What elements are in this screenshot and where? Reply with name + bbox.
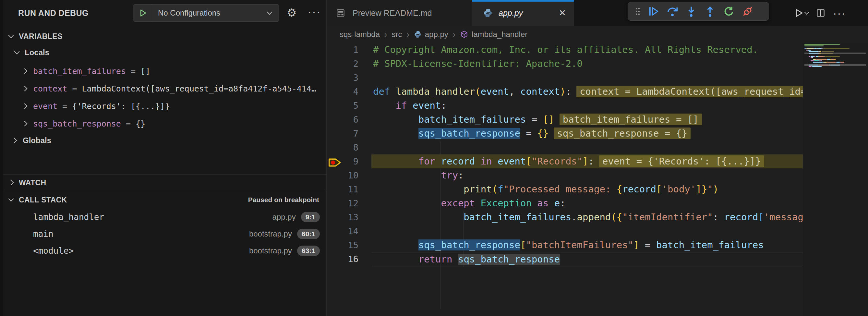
line-number[interactable]: 8 [327, 140, 359, 154]
stack-frame-main[interactable]: main bootstrap.py 60:1 [3, 225, 326, 242]
line-number[interactable]: 9 [327, 154, 359, 168]
code-token: " [707, 184, 713, 195]
code-token: event [481, 86, 509, 97]
variable-row-event[interactable]: event = {'Records': [{...}]} [3, 97, 326, 115]
symbol-cube-icon [460, 30, 468, 39]
start-debugging-icon[interactable] [133, 4, 152, 22]
line-number[interactable]: 5 [327, 99, 359, 113]
tab-preview-readme[interactable]: Preview README.md [327, 0, 472, 26]
editor-more-actions-icon[interactable]: ··· [833, 7, 846, 20]
code-editor[interactable]: # Copyright Amazon.com, Inc. or its affi… [371, 43, 803, 316]
breadcrumb-folder[interactable]: src [392, 30, 402, 39]
debug-configuration-select[interactable]: No Configurations [133, 4, 279, 22]
restart-icon[interactable] [719, 4, 738, 19]
line-number[interactable]: 16 [327, 252, 359, 266]
code-line-11[interactable]: print(f"Processed message: {record['body… [371, 182, 803, 196]
stack-frame-lambda-handler[interactable]: lambda_handler app.py 9:1 [3, 209, 326, 225]
line-number[interactable]: 1 [327, 43, 359, 57]
minimap-line-bar [809, 66, 812, 67]
drag-handle-icon[interactable] [631, 4, 644, 19]
line-number[interactable]: 15 [327, 238, 359, 252]
minimap-line-bar [813, 62, 823, 63]
code-token: Exception [481, 197, 532, 209]
minimap-line-bar [822, 60, 822, 61]
line-number[interactable]: 7 [327, 127, 359, 140]
code-token: e [554, 197, 560, 209]
minimap-line-bar [808, 50, 811, 51]
code-line-14[interactable] [371, 224, 803, 238]
code-token: . [571, 212, 577, 223]
variables-header-label: VARIABLES [19, 32, 63, 41]
code-line-12[interactable]: except Exception as e: [371, 196, 803, 210]
code-token: event [412, 100, 441, 111]
variable-row-context[interactable]: context = LambdaContext([aws_request_id=… [3, 80, 326, 97]
code-line-3[interactable] [371, 71, 803, 85]
line-number[interactable]: 3 [327, 71, 359, 85]
code-token: context [520, 86, 560, 97]
variable-row-sqs-batch-response[interactable]: sqs_batch_response = {} [3, 115, 326, 132]
code-token: [ [520, 240, 526, 250]
line-number[interactable]: 14 [327, 224, 359, 238]
sidebar-more-actions-icon[interactable]: ··· [308, 0, 321, 26]
code-line-1[interactable]: # Copyright Amazon.com, Inc. or its affi… [371, 43, 803, 57]
code-token [475, 156, 480, 167]
line-number[interactable]: 4 [327, 85, 359, 99]
chevron-right-icon [22, 103, 28, 109]
minimap[interactable] [803, 43, 868, 316]
code-line-16[interactable]: return sqs_batch_response [371, 252, 803, 266]
line-number[interactable]: 10 [327, 168, 359, 182]
code-token: ] [696, 184, 701, 195]
minimap-line-bar [804, 48, 806, 49]
frame-position-badge: 60:1 [297, 229, 320, 239]
continue-icon[interactable] [644, 4, 663, 19]
step-into-icon[interactable] [682, 4, 701, 19]
line-number[interactable]: 11 [327, 182, 359, 196]
gear-icon[interactable]: ⚙ [287, 0, 297, 26]
frame-name: main [33, 229, 54, 239]
variable-value: LambdaContext([aws_request_id=a8fa412f-a… [82, 84, 316, 93]
code-token: "batchItemFailures" [526, 240, 633, 250]
code-line-10[interactable]: try: [371, 168, 803, 182]
breadcrumb-symbol[interactable]: lambda_handler [460, 30, 527, 39]
line-number[interactable]: 2 [327, 57, 359, 71]
globals-group[interactable]: Globals [3, 132, 326, 149]
code-line-13[interactable]: batch_item_failures.append({"itemIdentif… [371, 210, 803, 224]
code-token: in [481, 156, 492, 167]
stack-frame-module[interactable]: <module> bootstrap.py 63:1 [3, 242, 326, 259]
code-line-15[interactable]: sqs_batch_response["batchItemFailures"] … [371, 238, 803, 252]
close-icon[interactable]: ✕ [559, 8, 566, 18]
breadcrumb-file[interactable]: app.py [414, 30, 448, 39]
code-token: record [441, 156, 475, 167]
debug-configuration-label: No Configurations [152, 8, 268, 18]
variables-section-header[interactable]: VARIABLES [3, 29, 326, 43]
code-line-5[interactable]: if event: [371, 99, 803, 113]
code-token: ({ [611, 212, 622, 223]
code-line-8[interactable] [371, 140, 803, 154]
code-line-4[interactable]: def lambda_handler(event, context):conte… [371, 85, 803, 99]
equals-sign: = [57, 101, 72, 111]
call-stack-section-header[interactable]: CALL STACK Paused on breakpoint [3, 191, 326, 209]
watch-section-header[interactable]: WATCH [3, 175, 326, 191]
tab-app-py[interactable]: app.py ✕ [472, 0, 574, 26]
variable-row-batch-item-failures[interactable]: batch_item_failures = [] [3, 62, 326, 80]
run-python-file-button[interactable] [794, 8, 810, 18]
markdown-preview-icon [336, 8, 345, 18]
step-over-icon[interactable] [663, 4, 682, 19]
line-number[interactable]: 13 [327, 210, 359, 224]
variable-name: event [33, 101, 57, 111]
code-token: return [418, 254, 453, 265]
code-line-2[interactable]: # SPDX-License-Identifier: Apache-2.0 [371, 57, 803, 71]
line-number[interactable]: 6 [327, 113, 359, 127]
code-line-6[interactable]: batch_item_failures = []batch_item_failu… [371, 113, 803, 127]
step-out-icon[interactable] [701, 4, 719, 19]
disconnect-icon[interactable] [738, 4, 757, 19]
line-number[interactable]: 12 [327, 196, 359, 210]
split-editor-icon[interactable] [813, 5, 829, 21]
breadcrumb-folder[interactable]: sqs-lambda [340, 30, 380, 39]
locals-group[interactable]: Locals [3, 45, 326, 60]
code-line-9[interactable]: for record in event["Records"]:event = {… [371, 154, 803, 168]
minimap-line-bar [814, 60, 819, 61]
code-token [373, 128, 418, 139]
code-token: sqs_batch_response [458, 254, 560, 265]
code-line-7[interactable]: sqs_batch_response = {}sqs_batch_respons… [371, 127, 803, 140]
